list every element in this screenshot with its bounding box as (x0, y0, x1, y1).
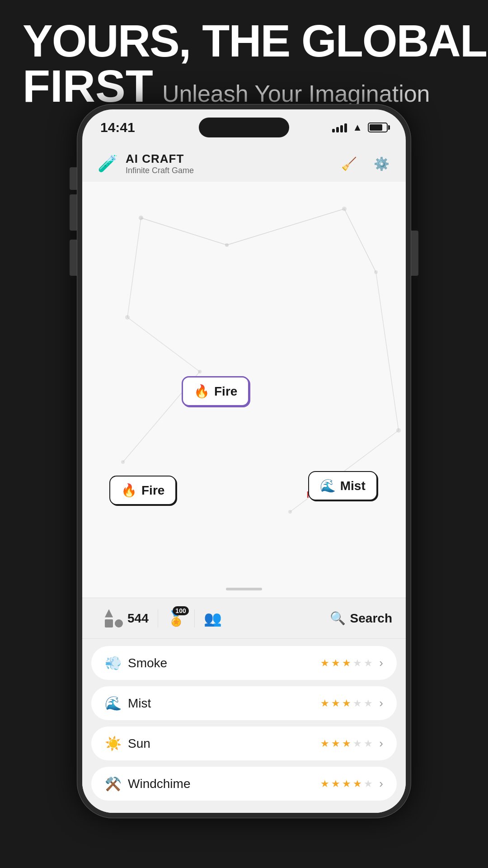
score-icon: 🏅 100 (167, 610, 185, 627)
score-badge: 100 (173, 606, 188, 615)
svg-line-9 (141, 218, 227, 245)
search-icon: 🔍 (330, 611, 346, 626)
dynamic-island (199, 118, 289, 137)
svg-line-10 (227, 209, 344, 245)
svg-line-11 (344, 209, 376, 272)
list-item-windchime[interactable]: ⚒️ Windchime ★ ★ ★ ★ ★ › (91, 767, 397, 801)
list-item-smoke-right: ★ ★ ★ ★ ★ › (320, 656, 383, 670)
stats-bar: 544 🏅 100 👥 🔍 Search (82, 598, 406, 639)
signal-bar-3 (340, 125, 343, 132)
smoke-star-5: ★ (364, 657, 373, 669)
windchime-star-5: ★ (364, 778, 373, 790)
sun-chevron: › (379, 736, 383, 750)
fire-craft-secondary[interactable]: 🔥 Fire (109, 476, 176, 505)
list-item-mist[interactable]: 🌊 Mist ★ ★ ★ ★ ★ › (91, 686, 397, 720)
triangle-icon (105, 609, 113, 618)
fire-craft-active[interactable]: 🔥 Fire (182, 376, 249, 406)
windchime-star-3: ★ (342, 778, 351, 790)
sun-star-4: ★ (353, 738, 362, 750)
fire-emoji-active: 🔥 (194, 384, 210, 399)
signal-bar-1 (332, 129, 335, 132)
list-item-sun-left: ☀️ Sun (105, 736, 150, 751)
mist-chevron: › (379, 696, 383, 710)
background-header: YOURS, THE GLOBAL FIRST Unleash Your Ima… (23, 18, 487, 108)
silent-button (70, 167, 77, 190)
list-item-sun-right: ★ ★ ★ ★ ★ › (320, 736, 383, 750)
elements-icon (105, 609, 123, 627)
mist-stars: ★ ★ ★ ★ ★ (320, 698, 373, 709)
smoke-star-3: ★ (342, 657, 351, 669)
mist-star-5: ★ (364, 698, 373, 709)
power-button (411, 231, 418, 276)
list-item-windchime-left: ⚒️ Windchime (105, 776, 190, 792)
elements-icon-bottom (105, 619, 123, 627)
app-name: AI CRAFT (126, 152, 194, 166)
svg-line-12 (127, 218, 141, 317)
bg-title-line2-sub: Unleash Your Imagination (162, 80, 430, 107)
elements-stat: 544 (96, 609, 158, 627)
sun-star-1: ★ (320, 738, 329, 750)
square-icon-1 (105, 619, 113, 627)
search-label: Search (350, 611, 392, 626)
list-item-mist-left: 🌊 Mist (105, 695, 151, 711)
signal-bars (332, 123, 347, 132)
bottom-panel: 544 🏅 100 👥 🔍 Search (82, 598, 406, 813)
collections-icon: 👥 (204, 610, 222, 627)
battery-fill (370, 124, 382, 131)
smoke-star-2: ★ (331, 657, 340, 669)
smoke-star-4: ★ (353, 657, 362, 669)
collections-stat: 👥 (195, 610, 231, 627)
volume-up-button (70, 194, 77, 231)
svg-line-14 (376, 272, 399, 430)
mist-star-1: ★ (320, 698, 329, 709)
mist-star-3: ★ (342, 698, 351, 709)
phone-frame: 14:41 ▲ 🧪 AI CRAFT Infinit (77, 104, 411, 818)
status-time: 14:41 (100, 120, 135, 135)
signal-bar-2 (336, 127, 339, 132)
mist-label: Mist (340, 479, 366, 493)
app-header: 🧪 AI CRAFT Infinite Craft Game 🧹 ⚙️ (82, 146, 406, 182)
fire-emoji-secondary: 🔥 (121, 483, 137, 498)
signal-bar-4 (344, 123, 347, 132)
fire-label-active: Fire (214, 384, 237, 399)
bg-title-line1: YOURS, THE GLOBAL (23, 18, 487, 63)
phone-screen: 14:41 ▲ 🧪 AI CRAFT Infinit (82, 109, 406, 813)
score-stat: 🏅 100 (158, 610, 194, 627)
mist-craft[interactable]: 🌊 Mist (308, 471, 377, 500)
sun-star-5: ★ (364, 738, 373, 750)
list-item-mist-right: ★ ★ ★ ★ ★ › (320, 696, 383, 710)
windchime-star-2: ★ (331, 778, 340, 790)
elements-count: 544 (127, 611, 149, 626)
game-canvas[interactable]: 🔥 Fire 🔥 Fire ★ ★ 🎖️ ★ ★ 🌊 (82, 182, 406, 598)
wifi-icon: ▲ (352, 122, 362, 133)
mist-star-2: ★ (331, 698, 340, 709)
status-icons: ▲ (332, 122, 388, 133)
elements-icon-shapes (105, 609, 123, 618)
list-item-smoke[interactable]: 💨 Smoke ★ ★ ★ ★ ★ › (91, 646, 397, 680)
scroll-indicator (226, 588, 262, 590)
smoke-stars: ★ ★ ★ ★ ★ (320, 657, 373, 669)
sun-name: Sun (128, 736, 150, 751)
sun-emoji: ☀️ (105, 736, 122, 751)
clean-button[interactable]: 🧹 (338, 153, 360, 175)
windchime-name: Windchime (128, 777, 190, 791)
search-button[interactable]: 🔍 Search (330, 611, 392, 626)
battery-icon (368, 123, 388, 132)
fire-label-secondary: Fire (141, 483, 164, 498)
windchime-star-4: ★ (353, 778, 362, 790)
svg-line-13 (127, 317, 200, 372)
settings-button[interactable]: ⚙️ (371, 153, 392, 175)
mist-star-4: ★ (353, 698, 362, 709)
items-list: 💨 Smoke ★ ★ ★ ★ ★ › (82, 639, 406, 808)
sun-star-3: ★ (342, 738, 351, 750)
app-header-actions: 🧹 ⚙️ (338, 153, 392, 175)
app-logo: 🧪 AI CRAFT Infinite Craft Game (96, 152, 194, 175)
mist-list-name: Mist (128, 696, 151, 711)
app-logo-text: AI CRAFT Infinite Craft Game (126, 152, 194, 175)
windchime-chevron: › (379, 777, 383, 791)
bg-title-line2-bold: FIRST (23, 63, 153, 108)
sun-star-2: ★ (331, 738, 340, 750)
windchime-emoji: ⚒️ (105, 776, 122, 792)
sun-stars: ★ ★ ★ ★ ★ (320, 738, 373, 750)
list-item-sun[interactable]: ☀️ Sun ★ ★ ★ ★ ★ › (91, 726, 397, 760)
